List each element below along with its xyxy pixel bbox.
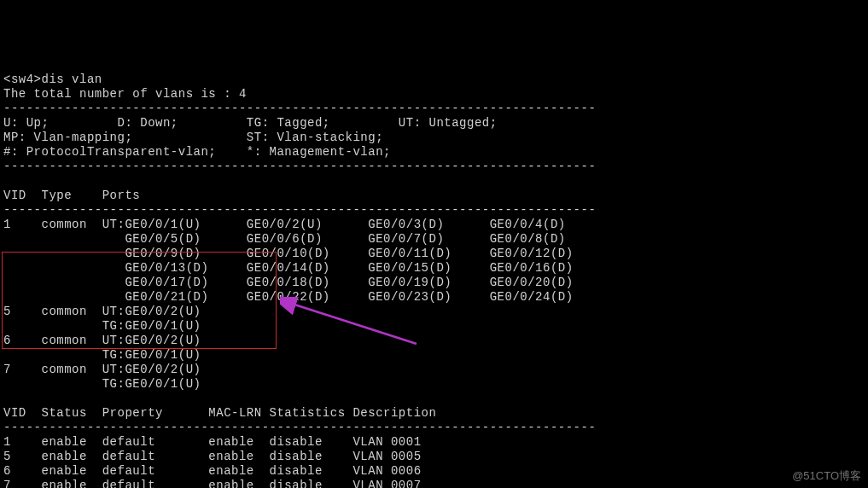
- table-row: 5 common UT:GE0/0/2(U): [3, 305, 201, 318]
- separator: ----------------------------------------…: [3, 160, 596, 173]
- table-row: GE0/0/5(D) GE0/0/6(D) GE0/0/7(D) GE0/0/8…: [3, 232, 566, 246]
- table-row: 7 enable default enable disable VLAN 000…: [3, 479, 422, 488]
- table-row: GE0/0/17(D) GE0/0/18(D) GE0/0/19(D) GE0/…: [3, 276, 574, 289]
- terminal-output[interactable]: <sw4>dis vlan The total number of vlans …: [0, 58, 868, 488]
- table-row: TG:GE0/0/1(U): [3, 319, 201, 333]
- table-row: GE0/0/13(D) GE0/0/14(D) GE0/0/15(D) GE0/…: [3, 261, 574, 275]
- separator: ----------------------------------------…: [3, 421, 596, 434]
- table-row: 1 common UT:GE0/0/1(U) GE0/0/2(U) GE0/0/…: [3, 218, 566, 231]
- table-row: 1 enable default enable disable VLAN 000…: [3, 435, 422, 449]
- table-row: TG:GE0/0/1(U): [3, 377, 201, 391]
- watermark: @51CTO博客: [792, 468, 861, 483]
- table-row: TG:GE0/0/1(U): [3, 348, 201, 362]
- separator: ----------------------------------------…: [3, 102, 596, 115]
- table-row: 6 common UT:GE0/0/2(U): [3, 334, 201, 347]
- total-vlans-line: The total number of vlans is : 4: [3, 87, 247, 101]
- ports-table-header: VID Type Ports: [3, 189, 140, 202]
- table-row: GE0/0/21(D) GE0/0/22(D) GE0/0/23(D) GE0/…: [3, 290, 574, 304]
- table-row: GE0/0/9(D) GE0/0/10(D) GE0/0/11(D) GE0/0…: [3, 247, 574, 260]
- table-row: 7 common UT:GE0/0/2(U): [3, 363, 201, 376]
- separator: ----------------------------------------…: [3, 203, 596, 217]
- legend-line-3: #: ProtocolTransparent-vlan; *: Manageme…: [3, 145, 391, 159]
- legend-line-1: U: Up; D: Down; TG: Tagged; UT: Untagged…: [3, 116, 498, 130]
- prompt: <sw4>dis vlan: [3, 73, 102, 86]
- table-row: 5 enable default enable disable VLAN 000…: [3, 450, 422, 463]
- table-row: 6 enable default enable disable VLAN 000…: [3, 464, 422, 478]
- legend-line-2: MP: Vlan-mapping; ST: Vlan-stacking;: [3, 131, 383, 144]
- status-table-header: VID Status Property MAC-LRN Statistics D…: [3, 406, 436, 420]
